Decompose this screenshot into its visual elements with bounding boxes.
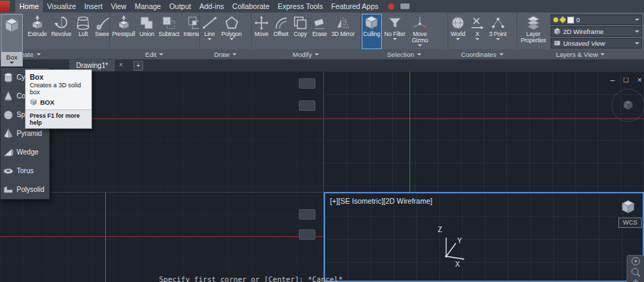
- offset-label: Offset: [273, 31, 288, 37]
- polygon-button[interactable]: Polygon: [220, 14, 243, 49]
- tab-featured-apps[interactable]: Featured Apps: [327, 0, 383, 12]
- loft-label: Loft: [79, 31, 88, 37]
- revolve-label: Revolve: [51, 31, 71, 37]
- restore-icon[interactable]: □: [623, 76, 628, 84]
- tab-home[interactable]: Home: [15, 0, 43, 12]
- tab-output[interactable]: Output: [165, 0, 196, 12]
- viewcube-icon[interactable]: [620, 200, 636, 215]
- move-button[interactable]: Move: [252, 14, 270, 49]
- box-button-label-zone[interactable]: Box: [1, 52, 22, 66]
- modify-panel-label[interactable]: Modify: [251, 49, 360, 59]
- sweep-icon: [96, 15, 110, 30]
- edit-buttons: Presspull Union Subtract Intersect: [111, 14, 199, 49]
- file-tab-close-icon[interactable]: ×: [119, 61, 123, 69]
- viewport-top-right[interactable]: [324, 71, 644, 192]
- line-button[interactable]: Line: [201, 14, 219, 49]
- visual-style-select[interactable]: 2D Wireframe: [551, 26, 642, 37]
- layers-combo-stack: 0 2D Wireframe Unsaved View: [551, 14, 642, 49]
- intersect-label: Intersect: [183, 31, 200, 37]
- box-button-label: Box: [6, 53, 17, 61]
- chevron-down-icon: [635, 30, 639, 33]
- mirror-3d-button[interactable]: 3D Mirror: [330, 14, 356, 49]
- erase-button[interactable]: Erase: [311, 14, 329, 49]
- offset-button[interactable]: Offset: [272, 14, 290, 49]
- new-drawing-button[interactable]: +: [134, 61, 143, 71]
- tab-addins[interactable]: Add-ins: [195, 0, 228, 12]
- close-icon[interactable]: ×: [637, 76, 642, 84]
- coordinates-panel-label[interactable]: Coordinates: [448, 49, 517, 59]
- tab-collaborate[interactable]: Collaborate: [228, 0, 274, 12]
- viewport-active-se-isometric[interactable]: [324, 192, 644, 282]
- tab-insert[interactable]: Insert: [80, 0, 107, 12]
- union-button[interactable]: Union: [138, 14, 156, 49]
- menu-item-polysolid[interactable]: Polysolid: [1, 180, 49, 199]
- viewport-bottom-left[interactable]: [0, 192, 323, 282]
- erase-icon: [312, 15, 327, 30]
- selection-panel-label[interactable]: Selection: [360, 49, 448, 59]
- tab-express-tools[interactable]: Express Tools: [274, 0, 327, 12]
- extrude-button[interactable]: Extrude: [26, 14, 48, 49]
- layer-select[interactable]: 0: [551, 15, 642, 25]
- sweep-label: Sweep: [95, 31, 110, 37]
- view-select[interactable]: Unsaved View: [551, 38, 642, 49]
- tooltip-title: Box: [26, 70, 91, 82]
- world-ucs-button[interactable]: World: [449, 14, 467, 49]
- chevron-down-icon: [159, 53, 163, 55]
- tab-view[interactable]: View: [107, 0, 131, 12]
- revolve-button[interactable]: Revolve: [50, 14, 73, 49]
- wcs-button[interactable]: WCS: [618, 218, 642, 228]
- loft-button[interactable]: Loft: [74, 14, 92, 49]
- tab-manage[interactable]: Manage: [131, 0, 165, 12]
- viewport-widget: [299, 100, 315, 111]
- drawing-area: [+][SE Isometric][2D Wireframe] Z Y X WC…: [0, 71, 644, 282]
- move-label: Move: [255, 31, 268, 37]
- record-dot-icon[interactable]: [388, 3, 394, 10]
- app-logo-icon[interactable]: [0, 1, 10, 12]
- draw-panel-label[interactable]: Draw: [199, 49, 251, 59]
- intersect-icon: [187, 15, 200, 30]
- union-label: Union: [140, 31, 154, 37]
- box-split-button[interactable]: Box: [1, 14, 23, 67]
- viewport-widget: [299, 78, 315, 89]
- chevron-down-icon: [635, 19, 639, 21]
- panel-draw: Line Polygon Draw: [199, 12, 252, 59]
- intersect-button[interactable]: Intersect: [182, 14, 200, 49]
- move-gizmo-label: Move Gizmo: [410, 31, 430, 44]
- three-point-button[interactable]: 3 Point: [488, 14, 508, 49]
- navigation-bar[interactable]: [627, 255, 644, 282]
- menu-item-wedge[interactable]: Wedge: [1, 143, 49, 161]
- layer-properties-button[interactable]: Layer Properties: [519, 14, 548, 49]
- tab-overflow-icon[interactable]: [401, 3, 410, 9]
- viewcube-compass-icon[interactable]: [611, 89, 644, 122]
- three-point-label: 3 Point: [489, 31, 506, 37]
- layers-panel-label-text: Layers & View: [556, 51, 598, 58]
- chevron-down-icon: [315, 53, 319, 55]
- line-icon: [202, 15, 217, 30]
- x-axis-button[interactable]: X: [468, 14, 486, 49]
- culling-button[interactable]: Culling: [362, 14, 382, 49]
- cylinder-icon: [3, 72, 14, 83]
- viewport-controls-label[interactable]: [+][SE Isometric][2D Wireframe]: [330, 197, 432, 205]
- menu-item-torus[interactable]: Torus: [1, 161, 49, 180]
- sweep-button[interactable]: Sweep: [93, 14, 110, 49]
- no-filter-button[interactable]: No Filter: [383, 14, 407, 49]
- presspull-button[interactable]: Presspull: [111, 14, 136, 49]
- layer-freeze-sun-icon: [560, 17, 567, 24]
- pyramid-label: Pyramid: [17, 130, 42, 137]
- layers-panel-label[interactable]: Layers & View: [517, 49, 644, 59]
- tab-visualize[interactable]: Visualize: [43, 0, 80, 12]
- minimize-icon[interactable]: –: [610, 76, 614, 84]
- panel-coordinates: World X 3 Point Coordinates: [448, 12, 517, 59]
- viewport-widget: [299, 229, 315, 240]
- panel-modify: Move Offset Copy Erase 3D Mirror: [251, 12, 361, 59]
- culling-icon: [364, 15, 379, 30]
- presspull-label: Presspull: [112, 31, 135, 37]
- edit-panel-label[interactable]: Edit: [109, 49, 199, 59]
- subtract-button[interactable]: Subtract: [157, 14, 181, 49]
- ribbon: Extrude Revolve Loft Sweep Create: [0, 12, 644, 60]
- view-value: Unsaved View: [563, 39, 605, 47]
- move-gizmo-button[interactable]: Move Gizmo: [408, 14, 432, 49]
- copy-button[interactable]: Copy: [291, 14, 309, 49]
- axis-z-label: Z: [438, 226, 442, 233]
- copy-label: Copy: [293, 31, 306, 37]
